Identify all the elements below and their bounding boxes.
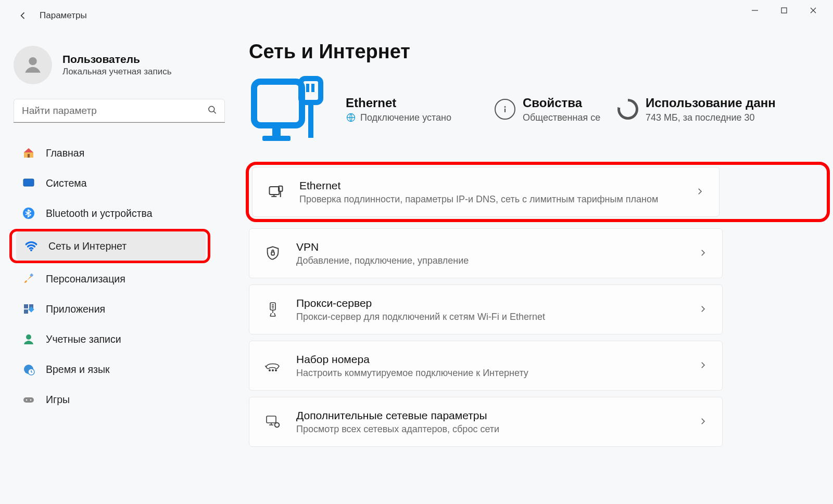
ethernet-large-icon	[249, 75, 327, 143]
card-vpn[interactable]: VPN Добавление, подключение, управление	[249, 228, 723, 278]
sidebar-item-time-language[interactable]: Время и язык	[14, 355, 208, 384]
card-ethernet[interactable]: Ethernet Проверка подлинности, параметры…	[252, 167, 720, 217]
card-dialup[interactable]: Набор номера Настроить коммутируемое под…	[249, 341, 723, 391]
card-subtitle: Проверка подлинности, параметры IP-и DNS…	[299, 194, 658, 205]
svg-rect-16	[23, 397, 34, 403]
avatar	[14, 46, 52, 84]
chevron-right-icon	[698, 417, 708, 428]
svg-point-34	[272, 370, 273, 371]
sidebar-item-label: Сеть и Интернет	[48, 240, 127, 252]
svg-rect-21	[262, 136, 291, 141]
home-icon	[22, 146, 35, 160]
chevron-right-icon	[695, 187, 704, 198]
sidebar-item-gaming[interactable]: Игры	[14, 385, 208, 414]
highlight-sidebar-network: Сеть и Интернет	[9, 229, 210, 263]
svg-rect-3	[28, 154, 30, 158]
svg-point-13	[26, 334, 31, 340]
status-usage-title: Использование данн	[646, 96, 776, 110]
sidebar-item-label: Игры	[46, 394, 70, 406]
bluetooth-icon	[22, 206, 35, 220]
search-input[interactable]	[14, 99, 225, 123]
close-button[interactable]	[799, 0, 828, 21]
user-block[interactable]: Пользователь Локальная учетная запись	[14, 46, 208, 84]
card-title: Ethernet	[299, 179, 658, 192]
ethernet-icon	[267, 183, 285, 201]
user-name: Пользователь	[62, 53, 172, 66]
sidebar-item-personalization[interactable]: Персонализация	[14, 264, 208, 293]
sidebar-item-label: Персонализация	[46, 273, 125, 285]
svg-rect-20	[272, 125, 281, 137]
card-title: Дополнительные сетевые параметры	[296, 409, 499, 422]
svg-rect-28	[504, 109, 506, 113]
back-button[interactable]	[12, 5, 33, 26]
apps-icon	[22, 302, 35, 316]
network-status-row: Ethernet Подключение устано Свойства Общ…	[249, 75, 833, 143]
card-advanced-network[interactable]: Дополнительные сетевые параметры Просмот…	[249, 397, 723, 447]
sidebar-item-apps[interactable]: Приложения	[14, 294, 208, 324]
card-title: VPN	[296, 241, 469, 253]
card-proxy[interactable]: Прокси-сервер Прокси-сервер для подключе…	[249, 285, 723, 334]
brush-icon	[22, 272, 35, 286]
sidebar-item-label: Приложения	[46, 303, 105, 315]
status-ethernet-subtitle: Подключение устано	[360, 112, 451, 123]
sidebar-item-home[interactable]: Главная	[14, 138, 208, 167]
sidebar-item-accounts[interactable]: Учетные записи	[14, 325, 208, 354]
status-usage-subtitle: 743 МБ, за последние 30	[646, 112, 776, 123]
system-icon	[22, 176, 35, 190]
svg-point-18	[30, 399, 32, 401]
svg-rect-36	[267, 416, 276, 423]
svg-rect-0	[781, 8, 787, 13]
sidebar-item-label: Система	[46, 177, 87, 189]
chevron-right-icon	[698, 248, 708, 259]
main-content: Сеть и Интернет Ethernet	[219, 31, 833, 504]
sidebar-item-network[interactable]: Сеть и Интернет	[16, 231, 206, 261]
svg-rect-4	[23, 179, 34, 186]
sidebar-item-label: Учетные записи	[46, 333, 121, 345]
search-box[interactable]	[14, 99, 225, 123]
svg-rect-24	[306, 84, 309, 92]
svg-rect-29	[270, 187, 280, 195]
svg-point-2	[209, 106, 214, 112]
card-title: Прокси-сервер	[296, 297, 545, 309]
card-subtitle: Прокси-сервер для подключений к сетям Wi…	[296, 312, 545, 322]
maximize-button[interactable]	[769, 0, 799, 21]
status-ethernet[interactable]: Ethernet Подключение устано	[346, 96, 476, 123]
svg-rect-23	[308, 101, 313, 138]
svg-rect-9	[24, 304, 28, 308]
svg-rect-31	[271, 252, 274, 255]
settings-cards: Ethernet Проверка подлинности, параметры…	[249, 162, 833, 447]
sidebar-item-system[interactable]: Система	[14, 169, 208, 198]
sidebar-item-label: Главная	[46, 147, 84, 159]
highlight-ethernet-card: Ethernet Проверка подлинности, параметры…	[246, 162, 830, 222]
status-properties-subtitle: Общественная се	[523, 112, 600, 123]
svg-point-27	[504, 106, 506, 108]
svg-rect-19	[254, 82, 302, 125]
sidebar-item-label: Время и язык	[46, 364, 109, 376]
user-subtitle: Локальная учетная запись	[62, 67, 172, 77]
dialup-icon	[264, 357, 282, 374]
app-title: Параметры	[40, 10, 87, 21]
svg-rect-11	[24, 309, 28, 314]
card-subtitle: Настроить коммутируемое подключение к Ин…	[296, 368, 528, 379]
status-data-usage[interactable]: Использование данн 743 МБ, за последние …	[617, 96, 833, 123]
globe-icon	[346, 112, 356, 123]
card-title: Набор номера	[296, 353, 528, 366]
sidebar: Пользователь Локальная учетная запись Гл…	[0, 31, 219, 504]
minimize-button[interactable]	[740, 0, 769, 21]
wifi-icon	[24, 239, 38, 253]
sidebar-item-bluetooth[interactable]: Bluetooth и устройства	[14, 199, 208, 228]
svg-rect-25	[311, 84, 314, 92]
svg-point-33	[269, 370, 270, 371]
search-icon	[207, 105, 218, 117]
status-properties[interactable]: Свойства Общественная се	[495, 96, 599, 123]
data-usage-icon	[617, 99, 638, 120]
status-properties-title: Свойства	[523, 96, 600, 110]
nav: Главная Система Bluetooth и устройства	[14, 138, 208, 414]
info-icon	[495, 99, 515, 120]
card-subtitle: Просмотр всех сетевых адаптеров, сброс с…	[296, 424, 499, 435]
svg-point-7	[30, 249, 32, 251]
svg-point-17	[26, 399, 28, 401]
proxy-icon	[264, 301, 282, 318]
svg-point-1	[29, 57, 36, 65]
gaming-icon	[22, 393, 35, 406]
